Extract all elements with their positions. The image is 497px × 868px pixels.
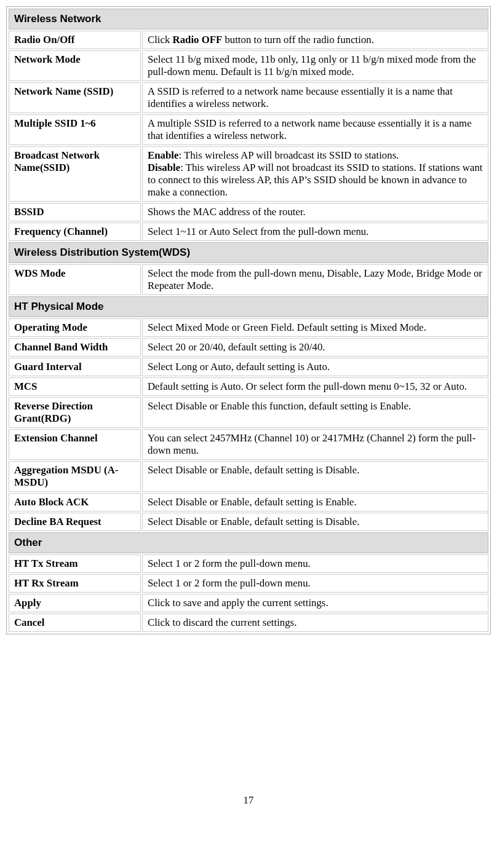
param-desc: Select 11 b/g mixed mode, 11b only, 11g … [142, 50, 488, 81]
table-row: Multiple SSID 1~6 A multiple SSID is ref… [9, 114, 488, 145]
table-row: MCS Default setting is Auto. Or select f… [9, 377, 488, 396]
param-label: HT Tx Stream [9, 554, 141, 573]
table-row: Reverse Direction Grant(RDG) Select Disa… [9, 397, 488, 428]
desc-text: button to turn off the radio function. [222, 34, 374, 45]
param-desc: Default setting is Auto. Or select form … [142, 377, 488, 396]
param-desc: Select Mixed Mode or Green Field. Defaul… [142, 318, 488, 337]
param-label: WDS Mode [9, 264, 141, 295]
param-desc: Shows the MAC address of the router. [142, 203, 488, 221]
section-header: Wireless Distribution System(WDS) [9, 242, 488, 263]
param-label: MCS [9, 377, 141, 396]
param-desc: You can select 2457MHz (Channel 10) or 2… [142, 429, 488, 460]
table-row: Network Mode Select 11 b/g mixed mode, 1… [9, 50, 488, 81]
table-row: Extension Channel You can select 2457MHz… [9, 429, 488, 460]
param-label: Operating Mode [9, 318, 141, 337]
table-row: HT Rx Stream Select 1 or 2 form the pull… [9, 574, 488, 593]
param-desc: Select Disable or Enable, default settin… [142, 461, 488, 492]
param-desc: Select Disable or Enable, default settin… [142, 493, 488, 511]
settings-table: Wireless Network Radio On/Off Click Radi… [7, 7, 490, 633]
table-row: Broadcast Network Name(SSID) Enable: Thi… [9, 146, 488, 202]
param-label: Extension Channel [9, 429, 141, 460]
enable-text: : This wireless AP will broadcast its SS… [178, 149, 399, 161]
table-row: Frequency (Channel) Select 1~11 or Auto … [9, 223, 488, 241]
table-row: Network Name (SSID) A SSID is referred t… [9, 82, 488, 113]
param-desc: Select 20 or 20/40, default setting is 2… [142, 338, 488, 357]
section-header: Other [9, 532, 488, 553]
table-row: Decline BA Request Select Disable or Ena… [9, 513, 488, 531]
param-desc: A multiple SSID is referred to a network… [142, 114, 488, 145]
table-row: Guard Interval Select Long or Auto, defa… [9, 358, 488, 376]
param-label: Decline BA Request [9, 513, 141, 531]
param-desc: Select Long or Auto, default setting is … [142, 358, 488, 376]
table-row: Cancel Click to discard the current sett… [9, 614, 488, 632]
param-label: Multiple SSID 1~6 [9, 114, 141, 145]
param-desc: Enable: This wireless AP will broadcast … [142, 146, 488, 202]
table-row: Operating Mode Select Mixed Mode or Gree… [9, 318, 488, 337]
param-label: Broadcast Network Name(SSID) [9, 146, 141, 202]
param-desc: A SSID is referred to a network name bec… [142, 82, 488, 113]
param-label: Guard Interval [9, 358, 141, 376]
table-row: BSSID Shows the MAC address of the route… [9, 203, 488, 221]
table-container: Wireless Network Radio On/Off Click Radi… [6, 6, 491, 634]
param-desc: Select 1~11 or Auto Select from the pull… [142, 223, 488, 241]
param-label: HT Rx Stream [9, 574, 141, 593]
section-header: Wireless Network [9, 9, 488, 30]
section-header: HT Physical Mode [9, 296, 488, 317]
param-label: Cancel [9, 614, 141, 632]
table-row: Auto Block ACK Select Disable or Enable,… [9, 493, 488, 511]
param-label: Apply [9, 594, 141, 612]
disable-label: Disable [148, 162, 180, 173]
param-label: Radio On/Off [9, 31, 141, 49]
param-label: Reverse Direction Grant(RDG) [9, 397, 141, 428]
disable-text: : This wireless AP will not broadcast it… [148, 162, 482, 198]
param-label: Auto Block ACK [9, 493, 141, 511]
param-label: Channel Band Width [9, 338, 141, 357]
table-row: Apply Click to save and apply the curren… [9, 594, 488, 612]
param-desc: Select 1 or 2 form the pull-down menu. [142, 574, 488, 593]
param-desc: Click Radio OFF button to turn off the r… [142, 31, 488, 49]
param-desc: Click to save and apply the current sett… [142, 594, 488, 612]
param-label: Aggregation MSDU (A-MSDU) [9, 461, 141, 492]
table-row: Radio On/Off Click Radio OFF button to t… [9, 31, 488, 49]
param-desc: Select Disable or Enable this function, … [142, 397, 488, 428]
param-desc: Click to discard the current settings. [142, 614, 488, 632]
page-number: 17 [6, 794, 491, 819]
table-row: WDS Mode Select the mode from the pull-d… [9, 264, 488, 295]
param-label: Frequency (Channel) [9, 223, 141, 241]
desc-text: Click [148, 34, 173, 45]
desc-bold: Radio OFF [173, 34, 223, 45]
param-label: Network Name (SSID) [9, 82, 141, 113]
param-label: BSSID [9, 203, 141, 221]
enable-label: Enable [148, 149, 178, 161]
param-label: Network Mode [9, 50, 141, 81]
param-desc: Select the mode from the pull-down menu,… [142, 264, 488, 295]
table-row: Aggregation MSDU (A-MSDU) Select Disable… [9, 461, 488, 492]
table-row: HT Tx Stream Select 1 or 2 form the pull… [9, 554, 488, 573]
table-row: Channel Band Width Select 20 or 20/40, d… [9, 338, 488, 357]
param-desc: Select 1 or 2 form the pull-down menu. [142, 554, 488, 573]
param-desc: Select Disable or Enable, default settin… [142, 513, 488, 531]
